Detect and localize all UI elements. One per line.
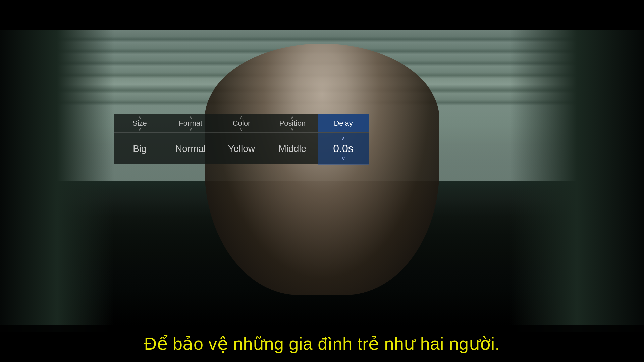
format-value: Normal bbox=[175, 143, 206, 154]
settings-values: Big Normal Yellow Middle ∧ 0.0s ∨ bbox=[114, 133, 369, 165]
person-silhouette bbox=[205, 44, 439, 295]
position-value: Middle bbox=[279, 143, 306, 154]
col-header-position[interactable]: ∧ Position ∨ bbox=[267, 114, 318, 132]
col-header-color[interactable]: ∧ Color ∨ bbox=[216, 114, 267, 132]
format-up-icon: ∧ bbox=[189, 115, 192, 120]
position-value-cell[interactable]: Middle bbox=[267, 133, 318, 165]
scene-overlay bbox=[0, 0, 644, 362]
size-up-icon: ∧ bbox=[138, 115, 141, 120]
left-vignette bbox=[0, 30, 114, 332]
subtitle-bar: Để bảo vệ những gia đình trẻ như hai ngư… bbox=[0, 325, 644, 362]
color-label: Color bbox=[233, 119, 251, 128]
delay-value: 0.0s bbox=[333, 142, 353, 155]
position-label: Position bbox=[279, 119, 306, 128]
color-value-cell[interactable]: Yellow bbox=[216, 133, 267, 165]
settings-panel: ∧ Size ∨ ∧ Format ∨ ∧ Color ∨ ∧ Position… bbox=[114, 114, 369, 164]
color-value: Yellow bbox=[228, 143, 255, 154]
position-down-icon: ∨ bbox=[291, 127, 294, 132]
top-bar bbox=[0, 0, 644, 30]
subtitle-text: Để bảo vệ những gia đình trẻ như hai ngư… bbox=[144, 334, 500, 354]
delay-decrement-button[interactable]: ∨ bbox=[341, 155, 345, 162]
right-vignette bbox=[510, 30, 644, 332]
size-label: Size bbox=[132, 119, 147, 128]
format-down-icon: ∨ bbox=[189, 127, 192, 132]
format-label: Format bbox=[179, 119, 202, 128]
col-header-delay[interactable]: Delay bbox=[318, 114, 369, 132]
color-down-icon: ∨ bbox=[240, 127, 243, 132]
settings-header: ∧ Size ∨ ∧ Format ∨ ∧ Color ∨ ∧ Position… bbox=[114, 114, 369, 133]
size-value-cell[interactable]: Big bbox=[114, 133, 165, 165]
size-value: Big bbox=[133, 143, 146, 154]
position-up-icon: ∧ bbox=[291, 115, 294, 120]
size-down-icon: ∨ bbox=[138, 127, 141, 132]
col-header-size[interactable]: ∧ Size ∨ bbox=[114, 114, 165, 132]
col-header-format[interactable]: ∧ Format ∨ bbox=[165, 114, 216, 132]
delay-label: Delay bbox=[334, 119, 353, 128]
delay-value-cell[interactable]: ∧ 0.0s ∨ bbox=[318, 133, 369, 165]
color-up-icon: ∧ bbox=[240, 115, 243, 120]
delay-increment-button[interactable]: ∧ bbox=[341, 135, 345, 142]
format-value-cell[interactable]: Normal bbox=[165, 133, 216, 165]
